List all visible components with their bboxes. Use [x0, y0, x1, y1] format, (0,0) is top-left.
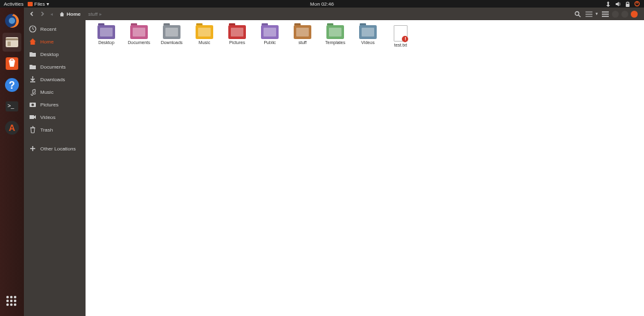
file-label: Videos: [361, 40, 374, 45]
svg-line-16: [579, 15, 580, 17]
sidebar-item-label: Home: [40, 39, 53, 45]
svg-rect-26: [30, 115, 34, 119]
home-icon: [59, 11, 65, 17]
sidebar-item-label: Documents: [40, 64, 65, 70]
file-item-pictures[interactable]: Pictures: [223, 25, 252, 47]
svg-point-25: [31, 104, 34, 106]
activities-button[interactable]: Activities: [4, 1, 24, 7]
file-item-stuff[interactable]: stuff: [288, 25, 317, 47]
app-menu-label: Files: [35, 1, 45, 7]
file-item-videos[interactable]: Videos: [353, 25, 382, 47]
sidebar-item-desktop[interactable]: Desktop: [24, 48, 86, 60]
chevron-right-icon: ▸: [99, 11, 102, 17]
folder-icon: [97, 25, 115, 39]
sidebar-item-label: Trash: [40, 127, 53, 133]
camera-icon: [29, 101, 36, 108]
dock-terminal[interactable]: >_: [3, 97, 21, 116]
sidebar-item-pictures[interactable]: Pictures: [24, 98, 86, 111]
svg-rect-7: [8, 42, 11, 46]
file-item-test-txt[interactable]: !test.txt: [386, 25, 415, 47]
plus-icon: [29, 145, 36, 152]
file-item-music[interactable]: Music: [190, 25, 219, 47]
file-view[interactable]: DesktopDocumentsDownloadsMusicPicturesPu…: [86, 20, 644, 316]
chevron-down-icon[interactable]: ▾: [596, 11, 598, 16]
folder-icon: [326, 25, 344, 39]
sidebar-item-recent[interactable]: Recent: [24, 23, 86, 35]
svg-point-15: [575, 11, 579, 15]
sidebar-item-label: Pictures: [40, 102, 58, 108]
app-menu[interactable]: Files ▾: [28, 1, 50, 7]
svg-text:?: ?: [9, 80, 15, 91]
folder-icon: [130, 25, 148, 39]
show-applications[interactable]: [3, 292, 21, 311]
folder-icon: [294, 25, 311, 39]
maximize-button[interactable]: [621, 11, 628, 18]
file-label: test.txt: [394, 43, 408, 47]
close-button[interactable]: [631, 11, 638, 18]
path-label: Home: [67, 11, 80, 17]
folder-icon: [163, 25, 180, 39]
gnome-topbar: Activities Files ▾ Mon 02:46: [0, 0, 644, 8]
sidebar-item-other-locations[interactable]: Other Locations: [24, 142, 86, 155]
places-sidebar: RecentHomeDesktopDocumentsDownloadsMusic…: [24, 20, 86, 316]
view-list-button[interactable]: [584, 9, 593, 18]
file-item-desktop[interactable]: Desktop: [92, 25, 121, 47]
back-button[interactable]: [28, 9, 36, 18]
path-label: stuff: [88, 11, 97, 17]
sidebar-item-documents[interactable]: Documents: [24, 60, 86, 73]
dock-updater[interactable]: A: [3, 118, 21, 137]
home-icon: [29, 38, 36, 45]
network-icon[interactable]: [605, 1, 611, 7]
clock-icon: [29, 25, 36, 33]
launcher-dock: ? >_ A: [0, 8, 24, 316]
nautilus-window: ◂ Home stuff ▸ ▾: [24, 8, 644, 316]
chevron-down-icon: ▾: [47, 1, 49, 7]
text-file-error-icon: !: [394, 25, 408, 42]
file-label: Pictures: [229, 40, 245, 45]
sidebar-item-home[interactable]: Home: [24, 35, 86, 48]
folder-icon: [29, 63, 36, 71]
video-icon: [29, 113, 36, 121]
download-icon: [29, 76, 36, 83]
folder-icon: [228, 25, 246, 39]
file-item-templates[interactable]: Templates: [321, 25, 350, 47]
sidebar-item-music[interactable]: Music: [24, 86, 86, 98]
path-segment-stuff[interactable]: stuff ▸: [86, 10, 104, 18]
forward-button[interactable]: [38, 9, 47, 18]
svg-text:>_: >_: [8, 103, 14, 109]
lock-icon[interactable]: [625, 1, 630, 7]
minimize-button[interactable]: [612, 11, 619, 18]
dock-firefox[interactable]: [3, 11, 21, 30]
file-item-documents[interactable]: Documents: [125, 25, 153, 47]
folder-icon: [261, 25, 279, 39]
search-button[interactable]: [573, 9, 582, 18]
path-segment-home[interactable]: Home: [57, 10, 83, 18]
music-icon: [29, 88, 36, 96]
path-bar[interactable]: Home stuff ▸: [53, 10, 104, 18]
sidebar-item-label: Desktop: [40, 52, 58, 57]
dock-software[interactable]: [3, 54, 21, 73]
files-app-icon: [28, 2, 33, 6]
sidebar-item-label: Downloads: [40, 77, 65, 82]
folder-icon: [196, 25, 213, 39]
clock[interactable]: Mon 02:46: [310, 1, 334, 7]
svg-rect-6: [6, 38, 18, 40]
file-label: Public: [264, 40, 275, 45]
svg-text:A: A: [9, 123, 15, 133]
sidebar-item-videos[interactable]: Videos: [24, 111, 86, 123]
file-label: Downloads: [161, 40, 183, 45]
folder-icon: [359, 25, 377, 39]
sidebar-item-trash[interactable]: Trash: [24, 123, 86, 136]
file-label: Templates: [325, 40, 345, 45]
file-item-downloads[interactable]: Downloads: [157, 25, 186, 47]
dock-help[interactable]: ?: [3, 76, 21, 94]
svg-point-4: [9, 18, 15, 24]
dock-files[interactable]: [3, 33, 21, 52]
volume-icon[interactable]: [615, 1, 621, 7]
sidebar-item-label: Other Locations: [40, 146, 75, 152]
sidebar-item-downloads[interactable]: Downloads: [24, 73, 86, 86]
power-icon[interactable]: [634, 1, 640, 7]
hamburger-menu[interactable]: [601, 9, 609, 18]
file-item-public[interactable]: Public: [255, 25, 284, 47]
sidebar-item-label: Videos: [40, 115, 55, 120]
